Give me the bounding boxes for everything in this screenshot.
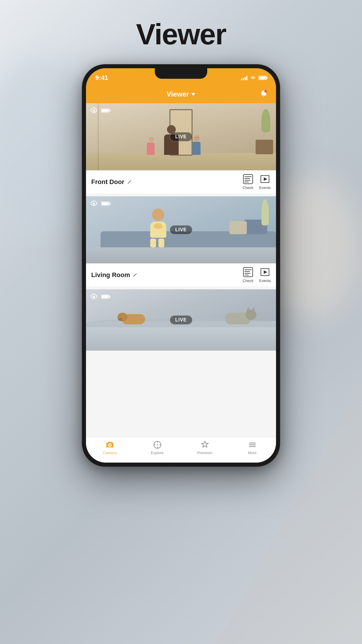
- camera-actions-1: Check Events: [242, 174, 271, 190]
- svg-point-21: [93, 296, 95, 298]
- camera-tab-icon: [105, 440, 115, 449]
- camera-name-1: Front Door: [91, 178, 132, 186]
- bell-button[interactable]: [260, 90, 268, 99]
- tab-premium-label: Premium: [197, 451, 212, 455]
- wifi-icon: [250, 76, 256, 80]
- camera-overlay-icons-2: [90, 200, 110, 207]
- events-label-1: Events: [259, 186, 271, 190]
- signal-bars-icon: [241, 76, 247, 80]
- check-icon-2: [243, 267, 253, 277]
- phone-screen: 9:41: [86, 68, 276, 463]
- camera-feed-front-door[interactable]: LIVE: [86, 103, 276, 170]
- tab-camera-label: Camera: [103, 451, 116, 455]
- svg-point-26: [109, 444, 110, 446]
- screen-inner: 9:41: [86, 68, 276, 463]
- events-label-2: Events: [259, 279, 271, 283]
- camera-feed-bedroom[interactable]: LIVE: [86, 289, 276, 351]
- svg-rect-23: [109, 296, 110, 298]
- svg-point-11: [93, 203, 95, 205]
- header-title-text: Viewer: [167, 90, 189, 98]
- tab-bar: Camera Explore: [86, 437, 276, 463]
- svg-point-1: [93, 110, 95, 112]
- events-icon-1: [260, 174, 270, 184]
- camera-card-living-room: LIVE Living Room: [86, 196, 276, 286]
- check-icon-1: [243, 174, 253, 184]
- camera-card-bedroom: LIVE: [86, 289, 276, 351]
- camera-feed-living-room[interactable]: LIVE: [86, 196, 276, 263]
- battery-icon-1: [101, 108, 110, 113]
- svg-rect-13: [109, 203, 110, 204]
- bell-icon: [260, 90, 268, 98]
- svg-rect-14: [102, 202, 109, 205]
- camera-info-row-1: Front Door: [86, 170, 276, 193]
- edit-icon-1[interactable]: [127, 179, 132, 185]
- status-icons: [241, 76, 267, 80]
- page-title: Viewer: [0, 18, 362, 51]
- camera-actions-2: Check Events: [242, 267, 271, 283]
- settings-icon-1[interactable]: [90, 107, 98, 114]
- camera-overlay-icons-3: [90, 293, 110, 300]
- battery-icon-3: [101, 294, 110, 299]
- tab-camera[interactable]: Camera: [86, 440, 133, 455]
- settings-icon-3[interactable]: [90, 293, 98, 300]
- battery-icon-2: [101, 201, 110, 206]
- svg-point-28: [157, 444, 158, 445]
- live-badge-2: LIVE: [170, 225, 192, 235]
- check-button-1[interactable]: Check: [242, 174, 253, 190]
- tab-explore[interactable]: Explore: [133, 440, 181, 455]
- svg-rect-5: [243, 174, 253, 184]
- svg-marker-10: [264, 177, 267, 181]
- events-button-1[interactable]: Events: [259, 174, 271, 190]
- events-button-2[interactable]: Events: [259, 267, 271, 283]
- svg-rect-3: [109, 110, 110, 111]
- premium-tab-icon: [200, 440, 210, 449]
- camera-overlay-icons-1: [90, 107, 110, 114]
- app-header: Viewer: [86, 85, 276, 103]
- live-badge-1: LIVE: [170, 132, 192, 141]
- explore-tab-icon: [153, 440, 162, 449]
- svg-marker-20: [264, 270, 267, 274]
- svg-rect-4: [102, 109, 109, 112]
- check-label-1: Check: [242, 186, 253, 190]
- live-badge-3: LIVE: [170, 315, 192, 325]
- tab-premium[interactable]: Premium: [181, 440, 229, 455]
- phone-wrapper: 9:41: [82, 64, 280, 467]
- svg-point-0: [264, 90, 267, 92]
- status-time: 9:41: [95, 74, 108, 82]
- more-tab-icon: [248, 440, 257, 449]
- header-title: Viewer: [167, 90, 196, 98]
- tab-more[interactable]: More: [229, 440, 276, 455]
- settings-icon-2[interactable]: [90, 200, 98, 207]
- notch: [155, 68, 207, 79]
- tab-more-label: More: [248, 451, 257, 455]
- svg-rect-15: [243, 267, 253, 277]
- camera-card-front-door: LIVE Front Door: [86, 103, 276, 193]
- scrollable-area: LIVE Front Door: [86, 103, 276, 437]
- battery-icon: [259, 76, 267, 80]
- edit-icon-2[interactable]: [132, 272, 138, 278]
- check-label-2: Check: [242, 279, 253, 283]
- camera-name-2: Living Room: [91, 271, 138, 279]
- svg-rect-24: [102, 295, 109, 298]
- page-title-area: Viewer: [0, 18, 362, 51]
- events-icon-2: [260, 267, 270, 277]
- camera-info-row-2: Living Room: [86, 263, 276, 286]
- check-button-2[interactable]: Check: [242, 267, 253, 283]
- chevron-down-icon[interactable]: [191, 93, 195, 96]
- tab-explore-label: Explore: [151, 451, 164, 455]
